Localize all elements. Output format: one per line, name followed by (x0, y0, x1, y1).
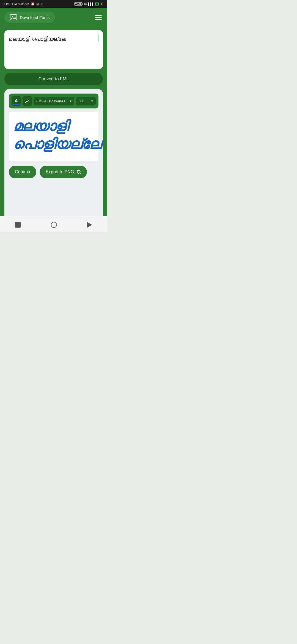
output-card: മലയാളി പൊളിയല്ലേ (9, 112, 98, 161)
input-text-display: മലയാളി പൊളിയല്ലേ (9, 35, 98, 43)
battery-level: 68 (95, 2, 99, 6)
bottom-nav (0, 216, 107, 232)
hamburger-line-1 (95, 15, 102, 16)
color-underline (12, 104, 20, 105)
volte-badge: VoLTE (74, 2, 82, 6)
convert-button[interactable]: Convert to FML (4, 73, 103, 85)
recents-icon (15, 222, 21, 228)
font-icon-label: Aa (11, 15, 16, 20)
export-button[interactable]: Export to PNG 🖼 (40, 166, 87, 178)
empty-space (9, 178, 98, 200)
output-section: A 🖌 FML-TTBhavana Bold FML-TTBhavana FML… (4, 89, 103, 216)
font-color-button[interactable]: A (12, 96, 21, 106)
hamburger-line-3 (95, 19, 102, 20)
rendered-text: മലയാളി പൊളിയല്ലേ (13, 117, 94, 153)
export-button-label: Export to PNG (46, 170, 74, 174)
brush-button[interactable]: 🖌 (23, 96, 32, 106)
size-select[interactable]: 60 70 80 90 100 (76, 97, 96, 105)
location-icon: ◎ (36, 2, 39, 6)
rendered-line-1: മലയാളി (13, 117, 94, 135)
status-bar: 11:40 PM 0.0KB/s ⏰ ◎ ◎ VoLTE 4G ▌▌▌ 68 ⚡ (0, 0, 107, 8)
copy-button[interactable]: Copy ⧉ (9, 166, 36, 178)
nav-back-button[interactable] (83, 220, 97, 229)
input-row: മലയാളി പൊളിയല്ലേ (9, 35, 98, 43)
charging-icon: ⚡ (100, 2, 103, 6)
action-buttons: Copy ⧉ Export to PNG 🖼 (9, 166, 98, 178)
export-icon: 🖼 (76, 170, 81, 174)
home-icon (51, 222, 57, 228)
main-content: മലയാളി പൊളിയല്ലേ Convert to FML A 🖌 FML-… (0, 27, 107, 216)
convert-button-label: Convert to FML (38, 77, 69, 81)
font-icon: Aa (10, 14, 17, 20)
font-select[interactable]: FML-TTBhavana Bold FML-TTBhavana FML-TTC… (34, 97, 74, 105)
size-select-wrapper[interactable]: 60 70 80 90 100 ▼ (76, 97, 96, 105)
download-fonts-label: Download Fonts (20, 15, 50, 20)
copy-icon: ⧉ (27, 170, 30, 174)
rendered-line-2: പൊളിയല്ലേ (13, 135, 94, 153)
input-card: മലയാളി പൊളിയല്ലേ (4, 30, 103, 69)
status-right: VoLTE 4G ▌▌▌ 68 ⚡ (74, 2, 103, 6)
menu-button[interactable] (94, 14, 103, 21)
download-fonts-button[interactable]: Aa Download Fonts (4, 12, 55, 23)
hamburger-line-2 (95, 17, 102, 18)
data-icon: ◎ (41, 2, 43, 6)
alarm-icon: ⏰ (31, 2, 35, 6)
font-toolbar: A 🖌 FML-TTBhavana Bold FML-TTBhavana FML… (9, 94, 98, 108)
font-select-wrapper[interactable]: FML-TTBhavana Bold FML-TTBhavana FML-TTC… (34, 97, 74, 105)
time: 11:40 PM (4, 2, 17, 6)
app-header: Aa Download Fonts (0, 8, 107, 27)
text-cursor (98, 35, 98, 41)
signal-bars-icon: ▌▌▌ (88, 2, 94, 6)
4g-badge: 4G (84, 2, 87, 5)
status-left: 11:40 PM 0.0KB/s ⏰ ◎ ◎ (4, 2, 43, 6)
back-icon (87, 222, 92, 228)
network-speed: 0.0KB/s (18, 2, 29, 6)
nav-home-button[interactable] (46, 220, 61, 230)
nav-recents-button[interactable] (11, 220, 25, 229)
copy-button-label: Copy (15, 170, 25, 174)
